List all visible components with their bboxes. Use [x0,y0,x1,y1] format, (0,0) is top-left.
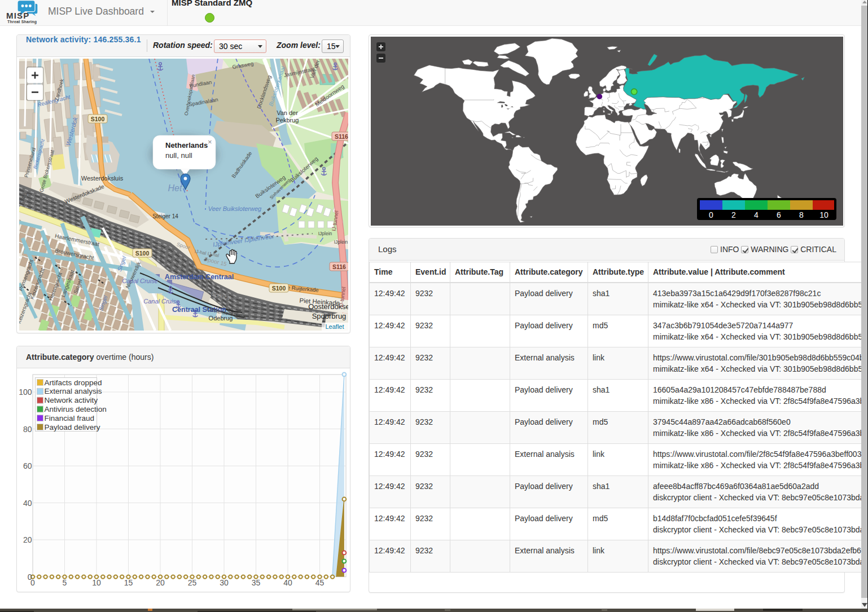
svg-text:10: 10 [92,578,101,587]
svg-text:MISP: MISP [6,11,29,20]
svg-text:30: 30 [220,578,229,587]
svg-text:Netherlands: Netherlands [165,141,208,149]
svg-text:5: 5 [63,578,67,587]
svg-text:Westerdoksluis: Westerdoksluis [81,175,124,182]
svg-text:Pekbrug: Pekbrug [276,117,299,124]
svg-text:Leaflet: Leaflet [325,323,344,330]
svg-text:Amsterdam Centraal: Amsterdam Centraal [165,273,234,281]
svg-text:80: 80 [23,425,32,434]
svg-text:8: 8 [799,210,804,219]
svg-text:Canal Cruise: Canal Cruise [143,298,179,305]
svg-text:×: × [208,138,212,146]
svg-text:Het: Het [168,183,182,193]
svg-text:0: 0 [709,210,713,219]
svg-text:40: 40 [23,499,32,508]
svg-text:10: 10 [819,210,828,219]
svg-text:20: 20 [156,578,165,587]
svg-text:6: 6 [777,210,781,219]
svg-text:S100: S100 [272,285,286,292]
svg-text:Financial fraud: Financial fraud [45,414,95,422]
svg-text:Van der: Van der [277,109,298,116]
svg-text:S100: S100 [91,116,105,122]
svg-text:IJplein: IJplein [334,239,348,245]
svg-text:External analysis: External analysis [45,387,102,395]
svg-text:Network activity: Network activity [45,396,98,404]
svg-text:20: 20 [23,535,32,544]
svg-text:Antivirus detection: Antivirus detection [45,405,107,413]
svg-text:15: 15 [124,578,133,587]
svg-text:2: 2 [731,210,736,219]
svg-text:Steiger 14: Steiger 14 [152,213,178,219]
svg-text:null, null: null, null [165,151,192,160]
svg-text:60: 60 [23,461,32,470]
svg-text:40: 40 [283,578,292,587]
svg-text:S116: S116 [335,133,348,140]
svg-text:0: 0 [30,578,35,587]
svg-text:Spoorbrug: Spoorbrug [312,312,347,320]
svg-text:Artifacts dropped: Artifacts dropped [45,378,102,387]
svg-text:S100: S100 [135,250,150,257]
svg-text:4: 4 [754,210,759,219]
svg-text:Threat Sharing: Threat Sharing [7,20,37,24]
svg-text:Payload delivery: Payload delivery [45,423,100,432]
svg-text:25: 25 [188,578,197,587]
svg-text:S116: S116 [332,263,346,270]
svg-text:45: 45 [315,578,325,587]
svg-text:35: 35 [252,578,261,587]
svg-text:IJplein: IJplein [318,231,332,236]
svg-text:Veer Buiksloterweg: Veer Buiksloterweg [208,205,262,212]
svg-text:100: 100 [19,388,32,397]
svg-text:Canal Cruise: Canal Cruise [122,278,158,284]
